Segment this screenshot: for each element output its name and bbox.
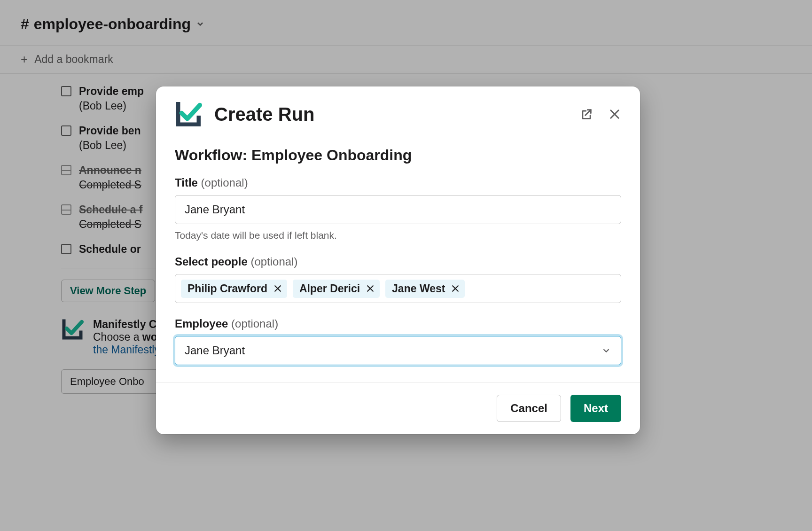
employee-label: Employee bbox=[175, 317, 228, 330]
people-chip: Alper Derici bbox=[293, 280, 380, 298]
title-label: Title bbox=[175, 176, 198, 189]
cancel-button[interactable]: Cancel bbox=[497, 395, 561, 422]
chip-label: Philip Crawford bbox=[187, 282, 267, 295]
people-chip: Philip Crawford bbox=[181, 280, 287, 298]
chip-remove-icon[interactable] bbox=[366, 284, 375, 293]
modal-title: Create Run bbox=[214, 104, 580, 125]
chip-remove-icon[interactable] bbox=[273, 284, 282, 293]
chip-label: Alper Derici bbox=[299, 282, 360, 295]
people-label: Select people bbox=[175, 255, 248, 268]
open-external-icon[interactable] bbox=[580, 108, 593, 121]
employee-optional: (optional) bbox=[231, 317, 278, 330]
people-chip: Jane West bbox=[385, 280, 465, 298]
chip-label: Jane West bbox=[392, 282, 445, 295]
manifestly-logo-icon bbox=[175, 101, 202, 128]
chevron-down-icon bbox=[601, 345, 611, 356]
modal-subtitle: Workflow: Employee Onboarding bbox=[175, 147, 621, 164]
employee-value: Jane Bryant bbox=[185, 344, 245, 357]
people-optional: (optional) bbox=[250, 255, 297, 268]
title-optional: (optional) bbox=[201, 176, 248, 189]
employee-select[interactable]: Jane Bryant bbox=[175, 336, 621, 365]
title-input[interactable] bbox=[175, 195, 621, 224]
close-icon[interactable] bbox=[608, 108, 621, 121]
title-helper: Today's date will be used if left blank. bbox=[175, 230, 621, 241]
create-run-modal: Create Run Workflow: Employee Onboarding… bbox=[156, 86, 640, 434]
people-multiselect[interactable]: Philip Crawford Alper Derici Jane West bbox=[175, 274, 621, 303]
next-button[interactable]: Next bbox=[570, 395, 621, 422]
chip-remove-icon[interactable] bbox=[451, 284, 460, 293]
